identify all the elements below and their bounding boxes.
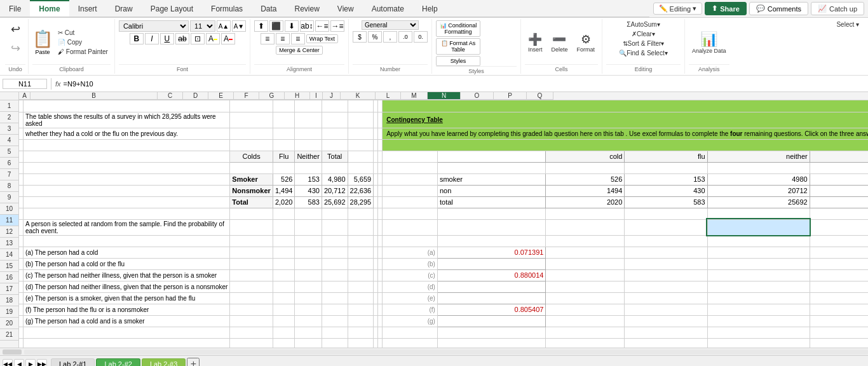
cell-d3[interactable] (273, 128, 295, 139)
cell-i17[interactable] (378, 292, 383, 304)
row-header-4[interactable]: 4 (0, 135, 19, 146)
tab-review[interactable]: Review (285, 1, 328, 17)
italic-button[interactable]: I (145, 33, 159, 44)
cell-i15[interactable] (378, 269, 383, 281)
cell-f9[interactable]: 25,692 (322, 196, 348, 208)
col-header-p[interactable]: P (494, 92, 527, 100)
cell-k12[interactable] (437, 235, 545, 247)
cell-e20[interactable] (295, 327, 322, 338)
cell-n21[interactable] (707, 338, 810, 348)
cell-h7[interactable] (374, 173, 378, 185)
align-left-button[interactable]: ≡ (261, 33, 275, 44)
cell-e1[interactable] (295, 100, 322, 112)
cell-o19[interactable] (810, 315, 868, 327)
cell-b18[interactable]: (f) The person had the flu or is a nonsm… (24, 304, 230, 315)
cell-d9[interactable]: 2,020 (273, 196, 295, 208)
conditional-formatting-button[interactable]: 📊 Conditional Formatting (436, 20, 480, 37)
cell-h15[interactable] (374, 269, 378, 281)
cell-o12[interactable] (810, 235, 868, 247)
cell-f7[interactable]: 4,980 (322, 173, 348, 185)
redo-button[interactable]: ↪ (5, 39, 25, 57)
tab-view[interactable]: View (329, 1, 363, 17)
cell-c3[interactable] (230, 128, 273, 139)
cell-k8-non[interactable]: non (437, 185, 545, 196)
cell-j19[interactable]: (g) (383, 315, 438, 327)
cell-c14[interactable] (230, 258, 273, 269)
cell-j10[interactable] (383, 208, 438, 219)
cell-e9[interactable]: 583 (295, 196, 322, 208)
cell-m17[interactable] (625, 292, 707, 304)
cell-j11[interactable] (383, 219, 438, 235)
cell-o6[interactable] (810, 162, 868, 173)
row-header-9[interactable]: 9 (0, 192, 19, 203)
cell-c11[interactable] (230, 219, 273, 235)
cell-e2[interactable] (295, 112, 322, 128)
cell-i5[interactable] (378, 151, 383, 162)
cell-f21[interactable] (322, 338, 348, 348)
cell-n14[interactable] (707, 258, 810, 269)
comma-button[interactable]: , (383, 31, 397, 43)
cell-e3[interactable] (295, 128, 322, 139)
col-header-n[interactable]: N (428, 92, 461, 100)
cell-n9[interactable]: 25692 (707, 196, 810, 208)
cell-d1[interactable] (273, 100, 295, 112)
cell-j21[interactable] (383, 338, 438, 348)
cell-d20[interactable] (273, 327, 295, 338)
cell-k21[interactable] (437, 338, 545, 348)
cell-b6[interactable] (24, 162, 230, 173)
delete-button[interactable]: ➖ Delete (548, 30, 571, 55)
cell-o21[interactable] (810, 338, 868, 348)
col-header-m[interactable]: M (401, 92, 428, 100)
fill-color-button[interactable]: A▬ (206, 33, 220, 44)
cell-i18[interactable] (378, 304, 383, 315)
sheet-nav-next[interactable]: ▶ (25, 359, 36, 367)
cell-o8[interactable]: 22636 (810, 185, 868, 196)
cell-h16[interactable] (374, 281, 378, 292)
tab-formulas[interactable]: Formulas (202, 1, 252, 17)
autosum-button[interactable]: Σ AutoSum ▾ (624, 20, 662, 29)
catchup-button[interactable]: 📈 Catch up (811, 2, 864, 15)
cell-j20[interactable] (383, 327, 438, 338)
bold-button[interactable]: B (130, 33, 144, 44)
cell-g16[interactable] (348, 281, 374, 292)
cell-b14[interactable]: (b) The person had a cold or the flu (24, 258, 230, 269)
cell-f13[interactable] (322, 247, 348, 258)
cell-e5-neither[interactable]: Neither (295, 151, 322, 162)
cell-m8[interactable]: 430 (625, 185, 707, 196)
tab-insert[interactable]: Insert (69, 1, 106, 17)
cell-b2[interactable]: The table shows the results of a survey … (24, 112, 230, 128)
align-top-button[interactable]: ⬆ (254, 20, 268, 32)
editing-mode-btn[interactable]: ✏️ Editing ▾ (653, 3, 703, 15)
cell-i12[interactable] (378, 235, 383, 247)
cell-e19[interactable] (295, 315, 322, 327)
tab-data[interactable]: Data (252, 1, 285, 17)
cell-d12[interactable] (273, 235, 295, 247)
cell-j7[interactable] (383, 173, 438, 185)
cell-m14[interactable] (625, 258, 707, 269)
cell-j8[interactable] (383, 185, 438, 196)
cell-o17[interactable] (810, 292, 868, 304)
cell-f3[interactable] (322, 128, 348, 139)
cell-h14[interactable] (374, 258, 378, 269)
cell-m10[interactable] (625, 208, 707, 219)
cell-f14[interactable] (322, 258, 348, 269)
row-header-18[interactable]: 18 (0, 295, 19, 306)
format-as-table-button[interactable]: 📋 Format As Table (436, 38, 480, 55)
horizontal-scrollbar[interactable] (0, 348, 868, 355)
align-bottom-button[interactable]: ⬇ (285, 20, 299, 32)
cell-g3[interactable] (348, 128, 374, 139)
analyze-data-button[interactable]: 📊 Analyze Data (689, 29, 729, 56)
cell-h9[interactable] (374, 196, 378, 208)
cell-c21[interactable] (230, 338, 273, 348)
cell-m6[interactable] (625, 162, 707, 173)
number-format-select[interactable]: General (362, 20, 419, 30)
cell-i16[interactable] (378, 281, 383, 292)
cell-l13[interactable] (546, 247, 625, 258)
cell-b16[interactable]: (d) The person had neither illness, give… (24, 281, 230, 292)
cell-c8-nonsmoker[interactable]: Nonsmoker (230, 185, 273, 196)
cell-g9[interactable]: 28,295 (348, 196, 374, 208)
cell-f1[interactable] (322, 100, 348, 112)
cell-h21[interactable] (374, 338, 378, 348)
cell-l15[interactable] (546, 269, 625, 281)
cell-e14[interactable] (295, 258, 322, 269)
